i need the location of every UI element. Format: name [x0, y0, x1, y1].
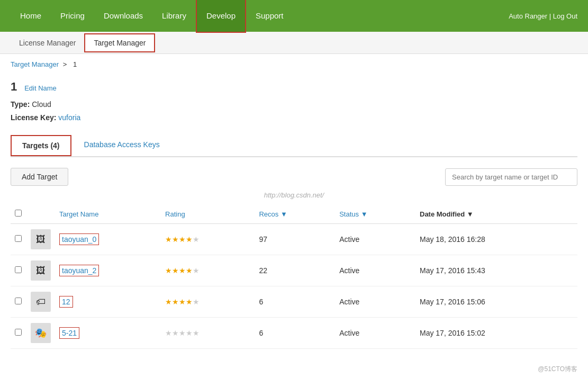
- target-thumbnail-0: 🖼: [31, 229, 51, 249]
- db-license-label: License Key:: [11, 113, 56, 122]
- row-date-1: May 17, 2016 15:43: [415, 255, 577, 286]
- watermark-text: http://blog.csdn.net/: [11, 191, 577, 199]
- header-rating: Rating: [161, 204, 255, 224]
- top-navigation: Home Pricing Downloads Library Develop S…: [0, 0, 588, 32]
- subnav-license-manager[interactable]: License Manager: [11, 34, 84, 51]
- row-rating-3: ★★★★★: [161, 318, 255, 349]
- breadcrumb-current: 1: [73, 60, 77, 68]
- row-status-3: Active: [335, 318, 415, 349]
- row-checkbox-3[interactable]: [15, 329, 22, 336]
- target-thumbnail-3: 🎭: [31, 323, 51, 343]
- table-row: 🖼 taoyuan_2 ★★★★★ 22 Active May 17, 2016…: [11, 255, 577, 286]
- row-recos-0: 97: [255, 224, 335, 255]
- row-status-2: Active: [335, 286, 415, 318]
- select-all-checkbox[interactable]: [15, 210, 22, 217]
- db-meta: Type: Cloud License Key: vuforia: [11, 98, 577, 124]
- db-license-value[interactable]: vuforia: [58, 113, 80, 122]
- target-thumbnail-2: 🏷: [31, 292, 51, 312]
- target-thumbnail-1: 🖼: [31, 260, 51, 281]
- row-recos-3: 6: [255, 318, 335, 349]
- row-rating-2: ★★★★★: [161, 286, 255, 318]
- tab-database-access-keys[interactable]: Database Access Keys: [74, 135, 170, 156]
- row-thumb-0: 🖼: [26, 224, 55, 255]
- row-recos-1: 22: [255, 255, 335, 286]
- row-name-2: 12: [55, 286, 161, 318]
- target-name-link-3[interactable]: 5-21: [59, 327, 79, 339]
- header-status[interactable]: Status ▼: [335, 204, 415, 224]
- target-name-link-2[interactable]: 12: [59, 296, 73, 308]
- row-status-0: Active: [335, 224, 415, 255]
- header-select-all[interactable]: [11, 204, 26, 224]
- table-row: 🎭 5-21 ★★★★★ 6 Active May 17, 2016 15:02: [11, 318, 577, 349]
- tab-targets[interactable]: Targets (4): [11, 135, 71, 156]
- targets-table: Target Name Rating Recos ▼ Status ▼ Date…: [11, 204, 577, 349]
- toolbar: Add Target: [11, 168, 577, 186]
- row-checkbox-cell-3: [11, 318, 26, 349]
- row-name-0: taoyuan_0: [55, 224, 161, 255]
- db-name: 1: [11, 80, 17, 93]
- target-name-link-1[interactable]: taoyuan_2: [59, 265, 99, 276]
- db-title-row: 1 Edit Name: [11, 80, 577, 94]
- row-checkbox-cell-1: [11, 255, 26, 286]
- date-sort-icon: ▼: [467, 210, 474, 218]
- row-status-1: Active: [335, 255, 415, 286]
- row-rating-1: ★★★★★: [161, 255, 255, 286]
- nav-downloads[interactable]: Downloads: [94, 0, 152, 32]
- header-target-name[interactable]: Target Name: [55, 204, 161, 224]
- nav-support[interactable]: Support: [246, 0, 293, 32]
- row-name-1: taoyuan_2: [55, 255, 161, 286]
- row-date-3: May 17, 2016 15:02: [415, 318, 577, 349]
- db-license-row: License Key: vuforia: [11, 111, 577, 124]
- nav-home[interactable]: Home: [11, 0, 51, 32]
- row-checkbox-2[interactable]: [15, 298, 22, 304]
- table-row: 🖼 taoyuan_0 ★★★★★ 97 Active May 18, 2016…: [11, 224, 577, 255]
- row-recos-2: 6: [255, 286, 335, 318]
- row-checkbox-cell-0: [11, 224, 26, 255]
- nav-develop[interactable]: Develop: [196, 0, 246, 33]
- header-recos[interactable]: Recos ▼: [255, 204, 335, 224]
- row-checkbox-0[interactable]: [15, 235, 22, 242]
- row-rating-0: ★★★★★: [161, 224, 255, 255]
- row-thumb-1: 🖼: [26, 255, 55, 286]
- target-name-link-0[interactable]: taoyuan_0: [59, 233, 99, 245]
- row-date-2: May 17, 2016 15:06: [415, 286, 577, 318]
- subnav-target-manager[interactable]: Target Manager: [84, 33, 155, 52]
- user-info: Auto Ranger | Log Out: [509, 12, 577, 20]
- row-name-3: 5-21: [55, 318, 161, 349]
- row-thumb-3: 🎭: [26, 318, 55, 349]
- row-checkbox-cell-2: [11, 286, 26, 318]
- nav-library[interactable]: Library: [152, 0, 196, 32]
- tab-bar: Targets (4) Database Access Keys: [11, 135, 577, 157]
- add-target-button[interactable]: Add Target: [11, 168, 68, 186]
- breadcrumb-separator: >: [63, 60, 67, 68]
- header-date-modified[interactable]: Date Modified ▼: [415, 204, 577, 224]
- breadcrumb: Target Manager > 1: [0, 54, 588, 75]
- table-header-row: Target Name Rating Recos ▼ Status ▼ Date…: [11, 204, 577, 224]
- status-sort-icon: ▼: [361, 210, 368, 218]
- recos-sort-icon: ▼: [281, 210, 287, 218]
- nav-pricing[interactable]: Pricing: [51, 0, 94, 32]
- table-row: 🏷 12 ★★★★★ 6 Active May 17, 2016 15:06: [11, 286, 577, 318]
- header-thumb: [26, 204, 55, 224]
- db-type-value: Cloud: [32, 100, 51, 109]
- main-content: 1 Edit Name Type: Cloud License Key: vuf…: [0, 75, 588, 359]
- breadcrumb-link[interactable]: Target Manager: [11, 60, 59, 68]
- db-type-row: Type: Cloud: [11, 98, 577, 111]
- sub-navigation: License Manager Target Manager: [0, 32, 588, 54]
- row-date-0: May 18, 2016 16:28: [415, 224, 577, 255]
- db-type-label: Type:: [11, 100, 30, 109]
- edit-name-link[interactable]: Edit Name: [24, 84, 57, 92]
- row-thumb-2: 🏷: [26, 286, 55, 318]
- row-checkbox-1[interactable]: [15, 266, 22, 273]
- footer-watermark: @51CTO博客: [0, 359, 588, 379]
- search-input[interactable]: [445, 168, 577, 186]
